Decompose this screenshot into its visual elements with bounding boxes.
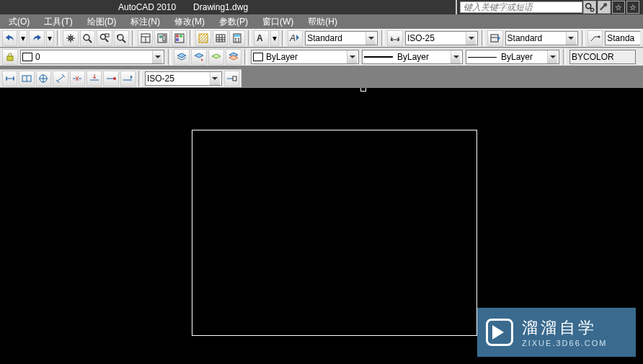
dim-linear-button[interactable] [2,71,17,86]
menu-help[interactable]: 帮助(H) [301,14,345,29]
layer-make-current-button[interactable] [191,49,207,65]
app-name: AutoCAD 2010 [118,2,176,12]
redo-button[interactable] [29,30,44,46]
dim-oblique-button[interactable] [53,71,68,86]
drawn-rectangle [192,130,477,336]
dim-tolerance-button[interactable] [19,71,34,86]
dropdown-icon[interactable] [566,32,576,45]
svg-rect-17 [176,35,179,37]
text-tool-button[interactable]: A [254,30,269,46]
table-style-button[interactable] [487,30,502,46]
svg-point-28 [235,38,236,40]
dropdown-icon[interactable] [451,50,461,63]
toolbar-sep [132,30,135,46]
pan-button[interactable] [63,30,78,46]
svg-point-0 [586,4,591,9]
color-swatch [253,53,263,61]
layer-isolate-button[interactable] [208,49,224,65]
layer-states-button[interactable] [226,49,241,65]
svg-point-9 [117,35,123,40]
lineweight-value: ByLayer [501,52,533,62]
text-dropdown[interactable]: ▾ [270,30,279,46]
color-combo[interactable]: ByLayer [251,50,359,64]
menu-modify[interactable]: 修改(M) [167,14,212,29]
dim-style-combo[interactable]: ISO-25 [405,31,478,45]
svg-point-6 [100,35,105,40]
toolbar-sep [57,30,60,46]
dim-style-combo-2[interactable]: ISO-25 [145,71,222,86]
sheet-set-button[interactable] [154,30,169,46]
mleader-style-value: Standa [607,33,634,43]
layer-color-swatch [22,53,32,61]
dropdown-icon[interactable] [466,32,476,45]
linetype-combo[interactable]: ByLayer [362,50,463,64]
dim-style-control-button[interactable] [224,71,239,86]
watermark: 溜溜自学 ZIXUE.3D66.COM [477,308,636,357]
undo-dropdown[interactable]: ▾ [19,30,27,46]
dim-reassociate-button[interactable] [103,71,118,86]
dropdown-icon[interactable] [365,32,376,45]
text-style-combo[interactable]: Standard [305,31,378,45]
lineweight-combo[interactable]: ByLayer [466,50,559,64]
dropdown-icon[interactable] [210,72,220,85]
calc-button[interactable] [229,30,244,46]
menu-param[interactable]: 参数(P) [212,14,255,29]
toolbar-sep [168,49,171,65]
redo-dropdown[interactable]: ▾ [46,30,55,46]
plotstyle-combo[interactable]: BYCOLOR [569,50,636,64]
menu-format[interactable]: 式(O) [1,14,37,29]
menu-tools[interactable]: 工具(T) [37,14,79,29]
menu-window[interactable]: 窗口(W) [255,14,301,29]
toolbar-standard: ▾ ▾ A ▾ A Standard ISO-25 [0,29,643,48]
zoom-realtime-button[interactable] [80,30,95,46]
linetype-value: ByLayer [397,52,429,62]
toolbar-sep [482,30,484,46]
table-style-value: Standard [507,33,543,43]
dim-update-button[interactable] [87,71,102,86]
svg-rect-21 [216,35,225,42]
dropdown-icon[interactable] [152,50,162,63]
star2-icon[interactable]: ☆ [626,1,639,14]
mleader-style-button[interactable] [587,30,603,46]
toolbar-sep [248,30,251,46]
dropdown-icon[interactable] [547,50,557,63]
properties-button[interactable] [138,30,153,46]
toolbar-dimension: ISO-25 [0,69,241,88]
svg-line-5 [89,40,92,43]
text-style-button[interactable]: A [288,30,303,46]
svg-text:A: A [257,33,263,43]
table-style-combo[interactable]: Standard [505,31,578,45]
search-icon[interactable] [583,1,596,14]
lineweight-preview [468,57,497,58]
toolbar-sep [244,49,247,65]
zoom-previous-button[interactable] [114,30,129,46]
dim-break-button[interactable] [70,71,85,86]
layer-combo[interactable]: 0 [20,50,164,64]
wrench-icon[interactable] [598,1,611,14]
watermark-brand: 溜溜自学 [522,317,607,339]
dropdown-icon[interactable] [347,50,357,63]
zoom-window-button[interactable] [97,30,112,46]
menu-draw[interactable]: 绘图(D) [80,14,124,29]
svg-point-29 [238,38,239,40]
undo-button[interactable] [2,30,17,46]
dim-center-button[interactable] [36,71,51,86]
search-input[interactable] [460,1,582,13]
drawing-canvas[interactable]: 溜溜自学 ZIXUE.3D66.COM [0,88,643,364]
svg-line-7 [105,39,108,42]
svg-rect-37 [491,35,498,42]
star-icon[interactable]: ☆ [612,1,625,14]
tool-palette-button[interactable] [172,30,187,46]
text-style-value: Standard [307,33,342,43]
svg-rect-18 [179,35,182,37]
mleader-style-combo[interactable]: Standa [605,31,640,45]
layer-manager-button[interactable] [174,49,190,65]
title-divider [456,0,457,14]
menu-dimension[interactable]: 标注(N) [123,14,167,29]
toolbar-sep [190,30,192,46]
dim-style-button[interactable] [387,30,402,46]
layer-lock-button[interactable] [2,49,18,65]
table-button[interactable] [213,30,228,46]
hatch-button[interactable] [195,30,210,46]
dim-style-manager-button[interactable] [120,71,136,86]
